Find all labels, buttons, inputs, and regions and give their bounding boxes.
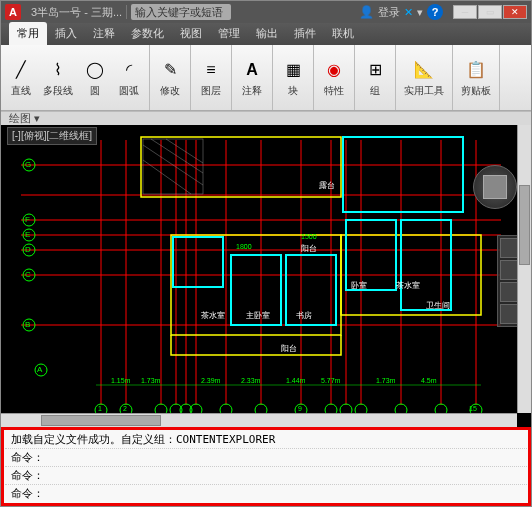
drawing-canvas [1, 125, 521, 425]
command-window[interactable]: 加载自定义文件成功。自定义组：CONTENTEXPLORER 命令： 命令： 命… [1, 427, 531, 506]
close-button[interactable]: ✕ [503, 5, 527, 19]
svg-rect-36 [401, 220, 451, 310]
tab-online[interactable]: 联机 [324, 22, 362, 45]
user-icon[interactable]: 👤 [359, 5, 374, 19]
group-button[interactable]: ⊞组 [359, 56, 391, 100]
panel-clip: 📋剪贴板 [453, 45, 500, 110]
tab-view[interactable]: 视图 [172, 22, 210, 45]
util-icon: 📐 [412, 58, 436, 82]
col-label: 1 [98, 405, 102, 412]
layer-button[interactable]: ≡图层 [195, 56, 227, 100]
room-label: 阳台 [301, 243, 317, 254]
clip-button[interactable]: 📋剪贴板 [457, 56, 495, 100]
panel-util: 📐实用工具 [396, 45, 453, 110]
grid-label: D [25, 245, 31, 254]
prop-icon: ◉ [322, 58, 346, 82]
room-label: 茶水室 [396, 280, 420, 291]
exchange-icon[interactable]: ✕ [404, 6, 413, 19]
panel-prop: ◉特性 [314, 45, 355, 110]
scrollbar-vertical[interactable] [517, 125, 531, 413]
room-label: 茶水室 [201, 310, 225, 321]
arc-button[interactable]: ◜圆弧 [113, 56, 145, 100]
cmd-history-line: 命令： [5, 467, 527, 485]
ribbon-tabs: 常用 插入 注释 参数化 视图 管理 输出 插件 联机 [1, 23, 531, 45]
dim-label: 2.33m [241, 377, 260, 384]
panel-draw: ╱直线 ⌇多段线 ◯圆 ◜圆弧 [1, 45, 150, 110]
dim-label: 5.77m [321, 377, 340, 384]
tab-common[interactable]: 常用 [9, 22, 47, 45]
cmd-history-line: 命令： [5, 449, 527, 467]
drawing-area[interactable]: [-][俯视][二维线框] [1, 125, 531, 427]
dim-label: 1.44m [286, 377, 305, 384]
quick-access-toolbar: A 3半岛一号 - 三期... 输入关键字或短语 👤 登录 ✕ ▾ ? ─ ▭ … [1, 1, 531, 23]
panel-annot: A注释 [232, 45, 273, 110]
grid-label: A [37, 365, 42, 374]
dim-label: 1.73m [376, 377, 395, 384]
dim-label: 1800 [236, 243, 252, 250]
maximize-button[interactable]: ▭ [478, 5, 502, 19]
dim-label: 4.5m [421, 377, 437, 384]
dim-label: 2.39m [201, 377, 220, 384]
svg-rect-32 [173, 237, 223, 287]
layer-icon: ≡ [199, 58, 223, 82]
panel-group: ⊞组 [355, 45, 396, 110]
tab-plugin[interactable]: 插件 [286, 22, 324, 45]
line-icon: ╱ [9, 58, 33, 82]
title-text: 3半岛一号 - 三期... [31, 5, 122, 20]
circle-icon: ◯ [83, 58, 107, 82]
search-input[interactable]: 输入关键字或短语 [131, 4, 231, 20]
clipboard-icon: 📋 [464, 58, 488, 82]
dim-label: 1.15m [111, 377, 130, 384]
block-icon: ▦ [281, 58, 305, 82]
polyline-icon: ⌇ [46, 58, 70, 82]
viewcube[interactable] [473, 165, 517, 209]
arc-icon: ◜ [117, 58, 141, 82]
room-label: 阳台 [281, 343, 297, 354]
tab-parametric[interactable]: 参数化 [123, 22, 172, 45]
grid-label: E [25, 230, 30, 239]
scrollbar-horizontal[interactable] [1, 413, 517, 427]
ribbon: ╱直线 ⌇多段线 ◯圆 ◜圆弧 ✎修改 ≡图层 A注释 ▦块 ◉特性 ⊞组 📐实… [1, 45, 531, 111]
col-label: 2 [123, 405, 127, 412]
help-button[interactable]: ? [427, 4, 443, 20]
dropdown-icon[interactable]: ▾ [417, 6, 423, 19]
room-label: 书房 [296, 310, 312, 321]
modify-button[interactable]: ✎修改 [154, 56, 186, 100]
grid-label: C [25, 270, 31, 279]
cmd-history-line: 加载自定义文件成功。自定义组：CONTENTEXPLORER [5, 431, 527, 449]
panel-draw-label: 绘图 ▾ [1, 111, 531, 125]
util-button[interactable]: 📐实用工具 [400, 56, 448, 100]
col-label: 15 [469, 405, 477, 412]
panel-layer: ≡图层 [191, 45, 232, 110]
group-icon: ⊞ [363, 58, 387, 82]
dim-label: 1500 [301, 233, 317, 240]
modify-icon: ✎ [158, 58, 182, 82]
panel-block: ▦块 [273, 45, 314, 110]
tab-manage[interactable]: 管理 [210, 22, 248, 45]
login-link[interactable]: 登录 [378, 5, 400, 20]
room-label: 主卧室 [246, 310, 270, 321]
text-icon: A [240, 58, 264, 82]
cmd-input-line[interactable]: 命令： [5, 485, 527, 502]
svg-line-42 [166, 139, 203, 163]
svg-rect-29 [141, 137, 341, 197]
tab-insert[interactable]: 插入 [47, 22, 85, 45]
prop-button[interactable]: ◉特性 [318, 56, 350, 100]
annot-button[interactable]: A注释 [236, 56, 268, 100]
grid-label: B [25, 320, 30, 329]
grid-label: F [25, 215, 30, 224]
polyline-button[interactable]: ⌇多段线 [39, 56, 77, 100]
room-label: 露台 [319, 180, 335, 191]
grid-label: G [25, 160, 31, 169]
app-icon[interactable]: A [5, 4, 21, 20]
tab-annotate[interactable]: 注释 [85, 22, 123, 45]
line-button[interactable]: ╱直线 [5, 56, 37, 100]
panel-modify: ✎修改 [150, 45, 191, 110]
col-label: 9 [298, 405, 302, 412]
circle-button[interactable]: ◯圆 [79, 56, 111, 100]
block-button[interactable]: ▦块 [277, 56, 309, 100]
room-label: 卫生间 [426, 300, 450, 311]
dim-label: 1.73m [141, 377, 160, 384]
minimize-button[interactable]: ─ [453, 5, 477, 19]
tab-output[interactable]: 输出 [248, 22, 286, 45]
